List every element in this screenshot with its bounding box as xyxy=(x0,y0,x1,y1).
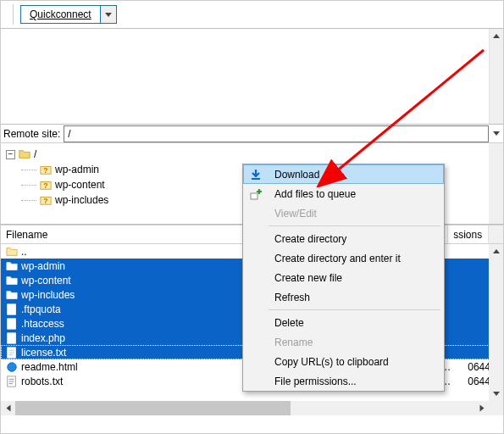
quickconnect-button[interactable]: Quickconnect xyxy=(20,5,117,24)
context-menu-label: View/Edit xyxy=(274,208,317,220)
remote-site-row: Remote site: xyxy=(1,125,503,143)
column-header-filename[interactable]: Filename xyxy=(1,225,251,243)
context-menu-label: Add files to queue xyxy=(274,188,356,200)
cell-filename: .ftpquota xyxy=(1,303,250,315)
filelist-scrollbar-vertical[interactable] xyxy=(489,244,503,415)
context-menu-item[interactable]: Download xyxy=(243,164,444,184)
tree-scrollbar-vertical[interactable] xyxy=(489,143,503,224)
cell-filename: wp-includes xyxy=(1,289,250,301)
scroll-up-icon[interactable] xyxy=(489,244,503,259)
context-menu[interactable]: DownloadAdd files to queueView/EditCreat… xyxy=(242,164,445,392)
filelist-scrollbar-horizontal[interactable] xyxy=(1,401,489,415)
svg-point-13 xyxy=(8,362,17,371)
file-name: license.txt xyxy=(21,347,66,359)
context-menu-item[interactable]: File permissions... xyxy=(243,371,444,391)
tree-item-label: wp-includes xyxy=(55,194,108,206)
context-menu-label: Rename xyxy=(274,337,313,348)
svg-rect-6 xyxy=(8,303,16,314)
file-name: index.php xyxy=(21,332,65,344)
toolbar: Quickconnect xyxy=(1,1,503,29)
scroll-left-icon[interactable] xyxy=(1,401,15,415)
svg-text:?: ? xyxy=(43,181,47,190)
scroll-down-icon[interactable] xyxy=(489,387,503,401)
svg-text:?: ? xyxy=(43,197,47,205)
svg-rect-8 xyxy=(8,332,16,342)
svg-rect-18 xyxy=(252,178,260,180)
context-menu-label: Download xyxy=(274,169,319,181)
file-name: robots.txt xyxy=(21,376,63,387)
quickconnect-dropdown[interactable] xyxy=(101,6,116,23)
folder-open-icon xyxy=(19,148,30,160)
cell-filename: wp-admin xyxy=(1,260,250,272)
context-menu-item[interactable]: Delete xyxy=(243,313,444,332)
tree-item-label: wp-content xyxy=(55,179,105,191)
remote-site-input[interactable] xyxy=(64,125,489,142)
file-name: wp-content xyxy=(21,275,71,287)
file-name: wp-includes xyxy=(21,289,75,301)
folder-unknown-icon: ? xyxy=(40,179,52,191)
remote-site-dropdown[interactable] xyxy=(489,125,503,142)
quickconnect-main[interactable]: Quickconnect xyxy=(21,6,101,23)
file-name: .ftpquota xyxy=(21,303,61,315)
svg-rect-19 xyxy=(251,193,258,199)
file-name: .htaccess xyxy=(21,318,64,330)
file-name: .. xyxy=(21,246,27,258)
context-menu-item: Rename xyxy=(243,332,444,352)
context-menu-item: View/Edit xyxy=(243,203,444,223)
add-queue-icon xyxy=(248,186,263,202)
scroll-up-icon[interactable] xyxy=(490,29,503,43)
scrollbar-thumb[interactable] xyxy=(15,401,291,415)
tree-root[interactable]: − / xyxy=(6,147,501,162)
file-name: wp-admin xyxy=(21,260,65,272)
header-scrollbar-spacer xyxy=(489,225,503,243)
download-icon xyxy=(248,167,263,182)
cell-filename: .htaccess xyxy=(1,318,250,330)
context-menu-item[interactable]: Refresh xyxy=(243,287,444,307)
toolbar-divider xyxy=(13,4,14,25)
collapse-icon[interactable]: − xyxy=(6,150,15,159)
context-menu-item[interactable]: Add files to queue xyxy=(243,184,444,203)
cell-filename: robots.txt xyxy=(1,376,250,387)
scrollbar-track[interactable] xyxy=(15,401,474,415)
context-menu-label: Create directory and enter it xyxy=(274,253,401,264)
context-menu-label: Create new file xyxy=(274,272,342,284)
context-menu-separator xyxy=(269,225,440,226)
context-menu-label: Create directory xyxy=(274,233,346,245)
svg-rect-7 xyxy=(8,318,16,328)
cell-filename: license.txt xyxy=(1,347,250,359)
folder-unknown-icon: ? xyxy=(40,194,52,206)
tree-root-label: / xyxy=(34,148,36,160)
column-header-permissions[interactable]: ssions xyxy=(448,225,489,243)
cell-filename: wp-content xyxy=(1,275,250,287)
context-menu-item[interactable]: Create directory xyxy=(243,229,444,248)
folder-unknown-icon: ? xyxy=(40,164,52,175)
cell-filename: readme.html xyxy=(1,361,250,373)
context-menu-label: File permissions... xyxy=(274,376,357,387)
file-name: readme.html xyxy=(21,361,78,373)
log-scrollbar-vertical[interactable] xyxy=(489,29,503,124)
scroll-right-icon[interactable] xyxy=(474,401,489,415)
context-menu-item[interactable]: Copy URL(s) to clipboard xyxy=(243,352,444,371)
quickconnect-label: Quickconnect xyxy=(30,8,91,20)
tree-item-label: wp-admin xyxy=(55,164,99,175)
chevron-down-icon xyxy=(493,131,500,136)
cell-filename: index.php xyxy=(1,332,250,344)
remote-site-label: Remote site: xyxy=(1,128,64,140)
cell-filename: .. xyxy=(1,246,250,258)
context-menu-label: Refresh xyxy=(274,292,310,303)
context-menu-label: Delete xyxy=(274,317,304,329)
chevron-down-icon xyxy=(105,13,112,17)
context-menu-label: Copy URL(s) to clipboard xyxy=(274,356,389,368)
context-menu-item[interactable]: Create new file xyxy=(243,268,444,287)
context-menu-separator xyxy=(269,309,440,310)
log-pane xyxy=(1,29,503,125)
svg-text:?: ? xyxy=(43,166,47,175)
context-menu-item[interactable]: Create directory and enter it xyxy=(243,248,444,268)
